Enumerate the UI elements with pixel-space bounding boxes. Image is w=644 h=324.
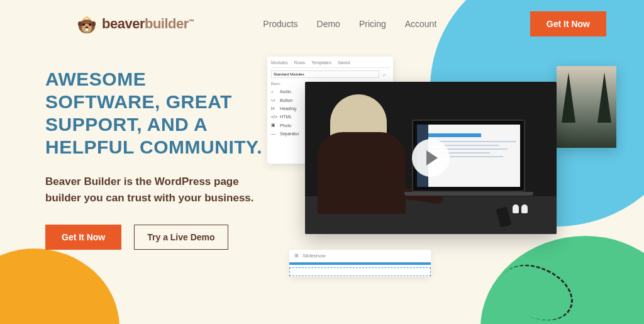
svg-point-2 bbox=[82, 23, 85, 26]
search-icon: ⌕ bbox=[383, 72, 389, 77]
photo-icon: ▣ bbox=[271, 123, 276, 128]
panel-tab: Modules bbox=[271, 60, 287, 65]
html-icon: </> bbox=[271, 115, 276, 119]
beaver-icon bbox=[75, 13, 98, 35]
svg-point-7 bbox=[92, 21, 96, 26]
nav-pricing[interactable]: Pricing bbox=[359, 19, 386, 29]
svg-rect-5 bbox=[86, 28, 88, 31]
module-slideshow: ⊞ Slideshow bbox=[289, 250, 431, 277]
hero-primary-cta[interactable]: Get It Now bbox=[45, 225, 121, 250]
nav-demo[interactable]: Demo bbox=[317, 19, 340, 29]
hero-section: AWESOME SOFTWARE, GREAT SUPPORT, AND A H… bbox=[0, 36, 264, 250]
hero-subtitle: Beaver Builder is the WordPress page bui… bbox=[45, 174, 264, 206]
button-icon: ▭ bbox=[271, 98, 276, 103]
panel-tabs: Modules Rows Templates Saved bbox=[271, 60, 389, 68]
logo[interactable]: beaverbuilder™ bbox=[75, 13, 194, 35]
heading-icon: H bbox=[271, 106, 276, 111]
top-nav: beaverbuilder™ Products Demo Pricing Acc… bbox=[0, 0, 644, 36]
hero-title: AWESOME SOFTWARE, GREAT SUPPORT, AND A H… bbox=[45, 68, 264, 159]
logo-text: beaverbuilder™ bbox=[102, 16, 194, 32]
hero-graphic: Modules Rows Templates Saved ⌕ Basic ♪Au… bbox=[267, 57, 619, 296]
panel-tab: Rows bbox=[294, 60, 305, 65]
panel-tab: Saved bbox=[338, 60, 350, 65]
svg-point-6 bbox=[78, 21, 82, 26]
panel-dropdown bbox=[271, 70, 379, 78]
nav-products[interactable]: Products bbox=[263, 19, 297, 29]
separator-icon: — bbox=[271, 131, 276, 136]
module-label: Slideshow bbox=[303, 253, 325, 259]
hero-secondary-cta[interactable]: Try a Live Demo bbox=[134, 225, 228, 250]
drag-icon: ⊞ bbox=[294, 253, 299, 259]
nav-links: Products Demo Pricing Account bbox=[263, 19, 436, 29]
play-icon[interactable] bbox=[412, 139, 450, 177]
hero-buttons: Get It Now Try a Live Demo bbox=[45, 225, 264, 250]
panel-tab: Templates bbox=[311, 60, 331, 65]
decor-blob-orange bbox=[0, 249, 119, 324]
audio-icon: ♪ bbox=[271, 89, 276, 94]
nav-cta-button[interactable]: Get It Now bbox=[530, 11, 606, 36]
video-preview[interactable] bbox=[305, 82, 557, 234]
photo-preview bbox=[557, 66, 616, 148]
svg-point-3 bbox=[89, 23, 91, 26]
nav-account[interactable]: Account bbox=[405, 19, 437, 29]
